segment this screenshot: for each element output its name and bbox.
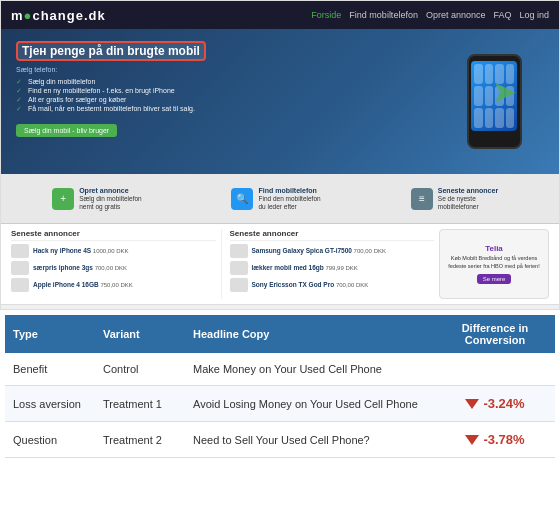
phone-app-icon xyxy=(506,108,515,128)
phone-app-icon xyxy=(485,108,494,128)
hero-list-item: Sælg din mobiltelefon xyxy=(16,77,434,86)
nav-opret[interactable]: Opret annonce xyxy=(426,10,486,20)
cell-diff xyxy=(435,353,555,386)
arrow-down-icon xyxy=(465,435,479,445)
seneste-icon: ≡ xyxy=(411,188,433,210)
col-header-diff: Difference in Conversion xyxy=(435,315,555,353)
listings-title: Seneste annoncer xyxy=(11,229,216,241)
feature-opret-text: Opret annonce Sælg din mobiltelefon nemt… xyxy=(79,186,149,212)
nav-links: Forside Find mobiltelefon Opret annonce … xyxy=(311,10,549,20)
hero-list-item: Alt er gratis for sælger og køber xyxy=(16,95,434,104)
telia-ad-box[interactable]: Telia Køb Mobilt Bredbånd og få verdens … xyxy=(439,229,549,299)
nav-bar: m●change.dk Forside Find mobiltelefon Op… xyxy=(1,1,559,29)
nav-find[interactable]: Find mobiltelefon xyxy=(349,10,418,20)
phone-app-icon xyxy=(474,108,483,128)
listing-item[interactable]: lækker mobil med 16gb 799,99 DKK xyxy=(230,261,435,275)
arrow-down-icon xyxy=(465,399,479,409)
cell-type: Question xyxy=(5,422,95,458)
telia-ad-text: Køb Mobilt Bredbånd og få verdens fedest… xyxy=(445,255,543,269)
cell-headline: Make Money on Your Used Cell Phone xyxy=(185,353,435,386)
listing-item[interactable]: særpris iphone 3gs 700,00 DKK xyxy=(11,261,216,275)
site-logo: m●change.dk xyxy=(11,8,106,23)
telia-cta-button[interactable]: Se mere xyxy=(477,274,512,284)
listing-image xyxy=(11,261,29,275)
cell-diff: -3.78% xyxy=(435,422,555,458)
opret-icon: + xyxy=(52,188,74,210)
listing-image xyxy=(230,278,248,292)
phone-app-icon xyxy=(474,64,483,84)
listing-item[interactable]: Sony Ericsson TX God Pro 700,00 DKK xyxy=(230,278,435,292)
website-screenshot: m●change.dk Forside Find mobiltelefon Op… xyxy=(0,0,560,310)
listings-title-2: Seneste annoncer xyxy=(230,229,435,241)
col-header-type: Type xyxy=(5,315,95,353)
listing-item[interactable]: Samsung Galaxy Spica GT-i7500 700,00 DKK xyxy=(230,244,435,258)
col-header-variant: Variant xyxy=(95,315,185,353)
feature-find-text: Find mobiltelefon Find den mobiltelefon … xyxy=(258,186,328,212)
listings-left: Seneste annoncer Hack ny iPhone 4S 1000,… xyxy=(11,229,216,299)
diff-text: -3.24% xyxy=(483,396,524,411)
hero-content: Tjен penge på din brugte mobil Sælg tele… xyxy=(16,41,434,162)
hero-title: Tjен penge på din brugte mobil xyxy=(16,41,206,61)
cell-headline: Avoid Losing Money on Your Used Cell Pho… xyxy=(185,386,435,422)
hero-phone-graphic: ➤ xyxy=(444,41,544,162)
arrow-graphic: ➤ xyxy=(492,74,517,109)
site-footer: Om mXchange.dk Login Populære links xyxy=(1,304,559,310)
table-section: Type Variant Headline Copy Difference in… xyxy=(0,310,560,463)
diff-text: -3.78% xyxy=(483,432,524,447)
nav-faq[interactable]: FAQ xyxy=(493,10,511,20)
hero-list: Sælg din mobiltelefon Find en ny mobilte… xyxy=(16,77,434,113)
nav-login[interactable]: Log ind xyxy=(519,10,549,20)
cell-variant: Control xyxy=(95,353,185,386)
feature-opret[interactable]: + Opret annonce Sælg din mobiltelefon ne… xyxy=(52,186,149,212)
find-icon: 🔍 xyxy=(231,188,253,210)
cell-headline: Need to Sell Your Used Cell Phone? xyxy=(185,422,435,458)
telia-ad: Telia Køb Mobilt Bredbånd og få verdens … xyxy=(439,229,549,299)
phone-app-icon xyxy=(474,86,483,106)
telia-logo: Telia xyxy=(485,244,503,253)
cell-variant: Treatment 1 xyxy=(95,386,185,422)
table-header-row: Type Variant Headline Copy Difference in… xyxy=(5,315,555,353)
listing-item[interactable]: Apple iPhone 4 16GB 750,00 DKK xyxy=(11,278,216,292)
feature-find[interactable]: 🔍 Find mobiltelefon Find den mobiltelefo… xyxy=(231,186,328,212)
listing-info: Samsung Galaxy Spica GT-i7500 700,00 DKK xyxy=(252,247,386,256)
cell-variant: Treatment 2 xyxy=(95,422,185,458)
listings-right-col: Seneste annoncer Samsung Galaxy Spica GT… xyxy=(221,229,435,299)
hero-cta-button[interactable]: Sælg din mobil - bliv bruger xyxy=(16,124,117,137)
table-row: Benefit Control Make Money on Your Used … xyxy=(5,353,555,386)
hero-list-item: Find en ny mobiltelefon - f.eks. en brug… xyxy=(16,86,434,95)
diff-negative-value: -3.78% xyxy=(443,432,547,447)
results-table: Type Variant Headline Copy Difference in… xyxy=(5,315,555,458)
listing-image xyxy=(230,261,248,275)
hero-list-item: Få mail, når en bestemt mobiltelefon bli… xyxy=(16,104,434,113)
cell-type: Benefit xyxy=(5,353,95,386)
listings-section: Seneste annoncer Hack ny iPhone 4S 1000,… xyxy=(1,224,559,304)
hero-section: Tjен penge på din brugte mobil Sælg tele… xyxy=(1,29,559,174)
feature-seneste[interactable]: ≡ Seneste annoncer Se de nyeste mobiltel… xyxy=(411,186,508,212)
listing-image xyxy=(11,244,29,258)
feature-seneste-text: Seneste annoncer Se de nyeste mobiltelef… xyxy=(438,186,508,212)
listing-info: Hack ny iPhone 4S 1000,00 DKK xyxy=(33,247,129,256)
listing-info: særpris iphone 3gs 700,00 DKK xyxy=(33,264,127,273)
cell-diff: -3.24% xyxy=(435,386,555,422)
listing-info: Sony Ericsson TX God Pro 700,00 DKK xyxy=(252,281,369,290)
listing-info: Apple iPhone 4 16GB 750,00 DKK xyxy=(33,281,133,290)
listing-item[interactable]: Hack ny iPhone 4S 1000,00 DKK xyxy=(11,244,216,258)
nav-forside[interactable]: Forside xyxy=(311,10,341,20)
listing-info: lækker mobil med 16gb 799,99 DKK xyxy=(252,264,358,273)
phone-app-icon xyxy=(495,108,504,128)
hero-subtitle: Sælg telefon: xyxy=(16,66,434,73)
table-row: Question Treatment 2 Need to Sell Your U… xyxy=(5,422,555,458)
table-row: Loss aversion Treatment 1 Avoid Losing M… xyxy=(5,386,555,422)
cell-type: Loss aversion xyxy=(5,386,95,422)
listing-image xyxy=(11,278,29,292)
diff-negative-value: -3.24% xyxy=(443,396,547,411)
col-header-headline: Headline Copy xyxy=(185,315,435,353)
listing-image xyxy=(230,244,248,258)
features-row: + Opret annonce Sælg din mobiltelefon ne… xyxy=(1,174,559,224)
